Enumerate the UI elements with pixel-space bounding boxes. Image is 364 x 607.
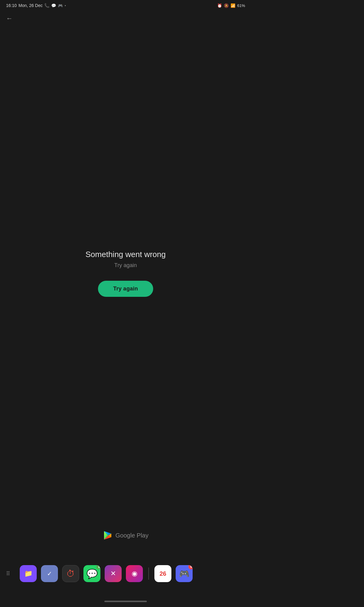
calendar-icon: 26 (160, 570, 166, 577)
google-play-text: Google Play (116, 532, 149, 539)
tasks-icon: ✓ (47, 570, 52, 577)
fello-app-icon[interactable]: ◉ (126, 565, 143, 582)
nav-divider (148, 568, 149, 580)
clockify-icon: ⏱ (66, 569, 75, 579)
fello-icon: ◉ (132, 570, 137, 578)
try-again-button[interactable]: Try again (98, 281, 153, 297)
files-icon: 📁 (24, 570, 32, 578)
discord-icon: 🎮 (179, 569, 190, 579)
whatsapp-app-icon[interactable]: 💬 1 (83, 565, 100, 582)
app-drawer-icon[interactable]: ⠿ (6, 570, 11, 577)
google-play-branding: Google Play (0, 531, 251, 546)
tasks-app-icon[interactable]: ✓ (41, 565, 58, 582)
beeper-icon: ✕ (110, 570, 116, 578)
calendar-app-icon[interactable]: 26 (154, 565, 171, 582)
google-play-logo-icon (103, 531, 113, 540)
home-indicator (104, 601, 147, 602)
error-title: Something went wrong (86, 250, 166, 259)
discord-app-icon[interactable]: 🎮 5 (176, 565, 193, 582)
whatsapp-icon: 💬 (86, 568, 98, 579)
files-app-icon[interactable]: 📁 (20, 565, 37, 582)
main-content: Something went wrong Try again Try again (0, 0, 251, 546)
nav-bar: ⠿ 📁 ✓ ⏱ 💬 1 ✕ ◉ 26 🎮 5 (0, 558, 251, 589)
beeper-app-icon[interactable]: ✕ (105, 565, 122, 582)
clockify-app-icon[interactable]: ⏱ (62, 565, 79, 582)
error-subtitle: Try again (114, 262, 137, 269)
